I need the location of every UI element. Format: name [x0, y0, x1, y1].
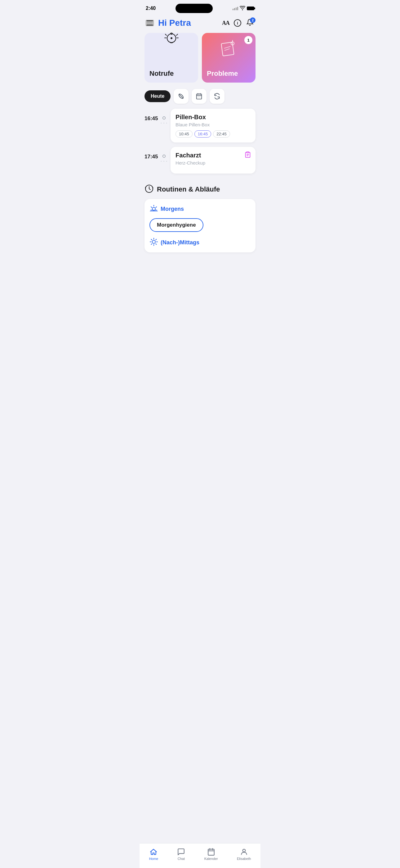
svg-point-7: [171, 37, 172, 39]
pillen-box-card[interactable]: Pillen-Box Blaue Pillen-Box 10:45 16:45 …: [171, 108, 256, 143]
svg-rect-15: [197, 94, 202, 99]
schedule-time-1: 16:45: [144, 108, 161, 122]
svg-rect-1: [170, 42, 173, 43]
nachmittags-label: (Nach-)Mittags: [161, 239, 199, 246]
schedule-time-2: 17:45: [144, 147, 161, 160]
routinen-card: Morgens Morgenhygiene (Nach-)Mi: [144, 199, 256, 252]
sunrise-icon: [149, 204, 158, 214]
dynamic-island: [175, 4, 213, 13]
cards-row: Notrufe 1 Probleme: [139, 33, 261, 89]
probleme-card[interactable]: 1 Probleme: [202, 33, 256, 83]
probleme-title: Probleme: [207, 69, 251, 78]
schedule-row-2: 17:45 - - - Facharzt Herz-Checkup: [144, 147, 256, 174]
svg-line-37: [151, 239, 152, 240]
morgenhygiene-pill[interactable]: Morgenhygiene: [149, 218, 251, 232]
refresh-icon: [214, 93, 221, 100]
svg-point-19: [198, 97, 198, 97]
pillen-box-title: Pillen-Box: [175, 114, 251, 121]
svg-line-38: [156, 244, 156, 244]
clipboard-icon: [244, 151, 251, 159]
wifi-icon: [240, 6, 245, 11]
filter-heute-button[interactable]: Heute: [144, 90, 171, 102]
svg-line-4: [176, 34, 178, 35]
routinen-title: Routinen & Abläufe: [157, 185, 220, 193]
svg-line-10: [225, 49, 229, 50]
filter-calendar-button[interactable]: [192, 89, 206, 104]
time-badge-1045: 10:45: [175, 130, 193, 137]
svg-point-32: [152, 240, 155, 243]
notrufe-title: Notrufe: [149, 69, 193, 78]
routinen-header: Routinen & Abläufe: [144, 184, 256, 195]
greeting-title: Hi Petra: [154, 18, 222, 28]
pill-icon: [178, 93, 185, 100]
sticky-note-icon: [219, 38, 239, 60]
notification-icon: 2: [245, 19, 254, 27]
time-badge-1645: 16:45: [194, 130, 211, 137]
schedule-line-2: - - -: [161, 147, 167, 163]
time-badges: 10:45 16:45 22:45: [175, 130, 251, 137]
sun-icon: [149, 238, 158, 247]
svg-point-21: [200, 97, 201, 97]
morgens-header: Morgens: [149, 204, 251, 214]
svg-line-9: [224, 46, 230, 49]
menu-button[interactable]: [146, 20, 154, 26]
facharzt-card[interactable]: Facharzt Herz-Checkup: [171, 147, 256, 174]
clock-icon: [144, 184, 154, 195]
probleme-badge: 1: [244, 36, 253, 44]
schedule-dot-1: [163, 116, 166, 120]
svg-rect-22: [246, 152, 249, 153]
notrufe-card[interactable]: Notrufe: [144, 33, 198, 83]
schedule-line-1: - - -: [161, 108, 167, 124]
schedule-dot-2: [163, 155, 166, 158]
filter-refresh-button[interactable]: [210, 89, 225, 104]
status-icons: [233, 6, 254, 11]
info-icon: i: [234, 19, 241, 27]
facharzt-title: Facharzt: [175, 152, 251, 159]
header: Hi Petra AA i 2: [139, 15, 261, 33]
filter-pill-button[interactable]: [174, 89, 189, 104]
signal-icon: [233, 7, 238, 10]
notification-button[interactable]: 2: [245, 19, 254, 27]
notification-badge: 2: [250, 18, 256, 23]
header-actions: AA i 2: [222, 19, 254, 27]
time-badge-2245: 22:45: [213, 130, 230, 137]
svg-line-3: [165, 34, 167, 35]
battery-icon: [247, 6, 254, 10]
font-size-icon: AA: [222, 20, 229, 26]
nachmittags-header: (Nach-)Mittags: [149, 238, 251, 247]
schedule-row-1: 16:45 - - - Pillen-Box Blaue Pillen-Box …: [144, 108, 256, 143]
svg-line-40: [151, 244, 152, 244]
status-time: 2:40: [146, 6, 156, 11]
svg-rect-2: [171, 34, 172, 35]
routinen-section: Routinen & Abläufe Morgens Morgenhygiene: [139, 178, 261, 255]
svg-point-20: [199, 97, 200, 97]
pillen-box-subtitle: Blaue Pillen-Box: [175, 122, 251, 127]
alarm-icon: [162, 27, 181, 47]
font-size-button[interactable]: AA: [222, 20, 229, 26]
svg-line-39: [156, 239, 156, 240]
facharzt-subtitle: Herz-Checkup: [175, 160, 251, 165]
status-bar: 2:40: [139, 0, 261, 15]
svg-rect-8: [221, 42, 234, 56]
filter-row: Heute: [139, 89, 261, 108]
calendar-filter-icon: [196, 93, 202, 100]
info-button[interactable]: i: [234, 19, 241, 27]
svg-line-29: [156, 207, 157, 208]
svg-line-28: [151, 207, 152, 208]
morgens-label: Morgens: [161, 206, 184, 212]
schedule-section: 16:45 - - - Pillen-Box Blaue Pillen-Box …: [139, 108, 261, 174]
svg-line-14: [179, 94, 183, 98]
